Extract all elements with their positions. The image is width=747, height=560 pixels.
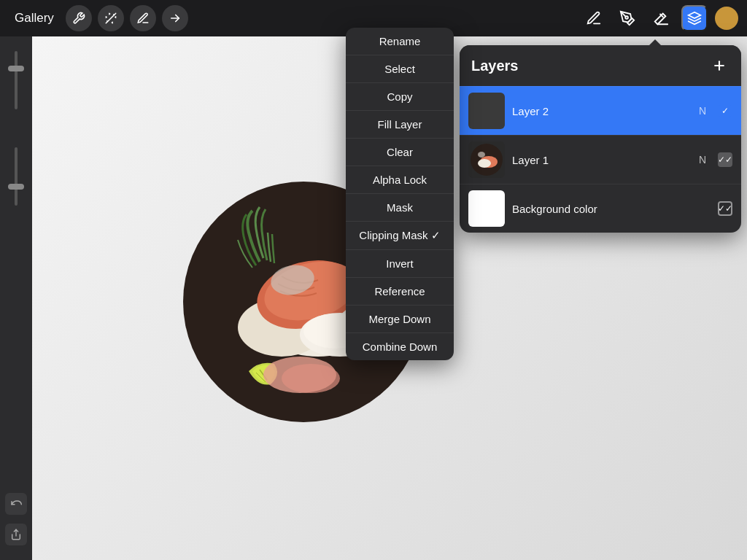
context-menu-rename[interactable]: Rename	[346, 28, 454, 55]
layers-panel-title: Layers	[471, 58, 519, 74]
context-menu-clipping-mask[interactable]: Clipping Mask ✓	[346, 222, 454, 250]
layer-item-layer1[interactable]: Layer 1 N ✓	[460, 135, 741, 184]
share-icon	[10, 529, 22, 540]
layer1-mode: N	[699, 154, 706, 166]
context-menu-clear[interactable]: Clear	[346, 139, 454, 166]
context-menu: Rename Select Copy Fill Layer Clear Alph…	[346, 28, 454, 360]
background-name: Background color	[512, 203, 711, 215]
toolbar-right	[581, 5, 738, 31]
brush-opacity-slider[interactable]	[15, 147, 18, 206]
undo-button[interactable]	[5, 493, 27, 515]
svg-point-10	[282, 364, 340, 393]
layer2-mode: N	[699, 105, 706, 117]
undo-icon	[10, 498, 22, 510]
layer1-thumbnail	[468, 141, 505, 178]
plus-icon	[712, 58, 727, 73]
left-sidebar	[0, 36, 32, 560]
layer-item-layer2[interactable]: Layer 2 N	[460, 86, 741, 135]
svg-point-18	[478, 159, 491, 168]
layer1-visibility-checkbox[interactable]: ✓	[718, 152, 732, 167]
smudge-icon	[136, 12, 150, 25]
wand-icon	[104, 12, 117, 25]
layer2-visibility-checkbox[interactable]	[718, 104, 732, 118]
smudge-button[interactable]	[130, 5, 156, 31]
layers-icon	[687, 11, 702, 26]
layers-tool-button[interactable]	[681, 5, 708, 31]
arrow-icon	[169, 12, 182, 25]
layer-item-background[interactable]: Background color ✓	[460, 184, 741, 233]
pencil-tool-button[interactable]	[581, 5, 607, 31]
eraser-tool-button[interactable]	[648, 5, 674, 31]
wrench-icon	[72, 12, 85, 25]
arrow-button[interactable]	[162, 5, 188, 31]
wrench-button[interactable]	[66, 5, 92, 31]
layer2-thumbnail	[468, 93, 505, 129]
context-menu-copy[interactable]: Copy	[346, 83, 454, 111]
layers-panel-header: Layers	[460, 45, 741, 86]
pencil-icon	[586, 10, 602, 26]
layer1-name: Layer 1	[512, 154, 692, 166]
svg-marker-2	[689, 12, 701, 18]
context-menu-alpha-lock[interactable]: Alpha Lock	[346, 166, 454, 194]
layer2-name: Layer 2	[512, 105, 692, 117]
gallery-button[interactable]: Gallery	[9, 8, 60, 28]
context-menu-merge-down[interactable]: Merge Down	[346, 306, 454, 333]
context-menu-mask[interactable]: Mask	[346, 194, 454, 222]
share-button[interactable]	[5, 524, 27, 545]
toolbar-left: Gallery	[9, 5, 188, 31]
brush-size-slider[interactable]	[15, 51, 18, 109]
layers-panel: Layers Layer 2 N	[460, 45, 741, 233]
background-visibility-checkbox[interactable]: ✓	[718, 201, 732, 216]
avatar-button[interactable]	[715, 7, 738, 30]
pen-tool-button[interactable]	[614, 5, 640, 31]
context-menu-invert[interactable]: Invert	[346, 250, 454, 278]
context-menu-combine-down[interactable]: Combine Down	[346, 333, 454, 360]
wand-button[interactable]	[98, 5, 124, 31]
pen-icon	[619, 10, 635, 26]
background-thumbnail	[468, 190, 505, 227]
context-menu-fill-layer[interactable]: Fill Layer	[346, 111, 454, 139]
add-layer-button[interactable]	[709, 55, 729, 76]
eraser-icon	[653, 10, 669, 26]
svg-point-1	[625, 16, 628, 19]
sidebar-bottom	[5, 493, 27, 545]
context-menu-reference[interactable]: Reference	[346, 278, 454, 306]
svg-point-19	[478, 152, 485, 158]
context-menu-select[interactable]: Select	[346, 55, 454, 83]
layers-panel-caret	[648, 39, 662, 47]
